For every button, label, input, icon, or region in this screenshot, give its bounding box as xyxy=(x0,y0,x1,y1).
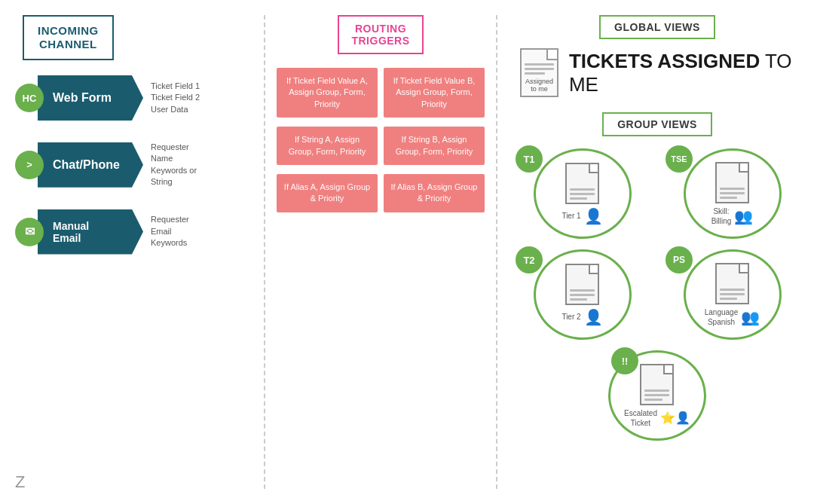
webform-label: Web Form xyxy=(53,91,112,105)
trigger-grid-1: If Ticket Field Value A, Assign Group, F… xyxy=(277,68,485,118)
right-column: GLOBAL VIEWS Assigned to me TICKETS ASSI… xyxy=(497,15,802,489)
webform-arrow: Web Form xyxy=(38,75,143,121)
person-icon-t1: 👤 xyxy=(584,207,603,225)
group-t1: T1 Tier 1 👤 xyxy=(513,148,652,239)
group-label-ps: Language Spanish xyxy=(705,307,739,327)
left-column: INCOMING CHANNEL HC Web Form Ticket Fiel… xyxy=(15,15,264,489)
group-doc-t1: Tier 1 👤 xyxy=(561,163,602,225)
person-icon-tse: 👥 xyxy=(734,207,753,225)
channel-badge-email: ✉ xyxy=(15,218,44,246)
email-fields: RequesterEmailKeywords xyxy=(151,214,189,249)
chatphone-arrow: Chat/Phone xyxy=(38,142,143,188)
routing-triggers-box: ROUTING TRIGGERS xyxy=(338,15,423,54)
group-label-tse: Skill: Billing xyxy=(711,206,732,226)
channel-email: ✉ ManualEmail RequesterEmailKeywords xyxy=(15,209,189,255)
trigger-grid-2: If String A, Assign Group, Form, Priorit… xyxy=(277,127,485,165)
middle-column: ROUTING TRIGGERS If Ticket Field Value A… xyxy=(264,15,497,489)
group-ps: PS Language Spanish 👥 xyxy=(662,249,802,340)
group-doc-tse: Skill: Billing 👥 xyxy=(711,162,754,226)
incoming-title-line2: CHANNEL xyxy=(39,38,97,50)
global-views-label: GLOBAL VIEWS xyxy=(599,15,715,39)
doc-icon-ps xyxy=(715,263,749,304)
channel-badge-gt: > xyxy=(15,151,44,179)
group-tse: TSE Skill: Billing 👥 xyxy=(662,148,802,239)
group-views-label: GROUP VIEWS xyxy=(602,112,712,136)
channel-webform: HC Web Form Ticket Field 1Ticket Field 2… xyxy=(15,75,200,121)
chatphone-fields: RequesterNameKeywords orString xyxy=(151,142,197,188)
group-escalated: !! Escalated Ticket xyxy=(608,350,706,441)
email-label: ManualEmail xyxy=(53,220,89,244)
webform-fields: Ticket Field 1Ticket Field 2User Data xyxy=(151,81,200,115)
doc-icon-t1 xyxy=(565,163,599,204)
tickets-assigned-row: Assigned to me TICKETS ASSIGNED TO ME xyxy=(513,48,802,97)
channel-badge-hc: HC xyxy=(15,84,44,112)
group-label-t2: Tier 2 xyxy=(561,312,580,322)
group-label-t1: Tier 1 xyxy=(561,211,580,221)
trigger-card-2b: If String B, Assign Group, Form, Priorit… xyxy=(384,127,485,165)
star-person-icon: ⭐👤 xyxy=(660,411,690,425)
person-icon-ps: 👥 xyxy=(741,308,760,326)
trigger-card-3b: If Alias B, Assign Group & Priority xyxy=(384,174,485,212)
ticket-doc-icon: Assigned to me xyxy=(520,48,558,97)
group-circle-t1: Tier 1 👤 xyxy=(534,148,632,239)
ticket-doc-text: Assigned to me xyxy=(525,78,554,93)
group-escalated-wrapper: !! Escalated Ticket xyxy=(513,350,802,441)
doc-icon-escalated xyxy=(640,364,674,405)
group-circle-ps: Language Spanish 👥 xyxy=(684,249,782,340)
group-badge-tse: TSE xyxy=(666,145,693,173)
trigger-card-1a: If Ticket Field Value A, Assign Group, F… xyxy=(277,68,378,118)
group-badge-t1: T1 xyxy=(516,145,543,173)
group-badge-t2: T2 xyxy=(516,246,543,273)
group-circle-tse: Skill: Billing 👥 xyxy=(684,148,782,239)
group-badge-ps: PS xyxy=(666,246,693,273)
doc-icon-tse xyxy=(715,162,749,203)
group-badge-escalated: !! xyxy=(611,347,638,374)
group-t2: T2 Tier 2 👤 xyxy=(513,249,652,340)
channel-chatphone: > Chat/Phone RequesterNameKeywords orStr… xyxy=(15,142,197,188)
trigger-card-1b: If Ticket Field Value B, Assign Group, F… xyxy=(384,68,485,118)
email-arrow: ManualEmail xyxy=(38,209,143,255)
incoming-title-line1: INCOMING xyxy=(38,24,99,37)
group-grid: T1 Tier 1 👤 xyxy=(513,148,802,441)
group-doc-escalated: Escalated Ticket ⭐👤 xyxy=(624,364,690,428)
tickets-assigned-label: TICKETS ASSIGNED TO ME xyxy=(569,50,802,96)
trigger-grid-3: If Alias A, Assign Group & Priority If A… xyxy=(277,174,485,212)
trigger-card-3a: If Alias A, Assign Group & Priority xyxy=(277,174,378,212)
zendesk-logo: Z xyxy=(15,472,25,492)
group-doc-t2: Tier 2 👤 xyxy=(561,264,602,326)
doc-icon-t2 xyxy=(565,264,599,305)
routing-title-line1: ROUTING xyxy=(355,23,406,35)
routing-title-line2: TRIGGERS xyxy=(351,35,409,47)
chatphone-label: Chat/Phone xyxy=(53,158,120,172)
group-doc-ps: Language Spanish 👥 xyxy=(705,263,760,327)
group-circle-t2: Tier 2 👤 xyxy=(534,249,632,340)
person-icon-t2: 👤 xyxy=(584,308,603,326)
trigger-card-2a: If String A, Assign Group, Form, Priorit… xyxy=(277,127,378,165)
group-label-escalated: Escalated Ticket xyxy=(624,408,657,428)
incoming-channel-box: INCOMING CHANNEL xyxy=(23,15,114,60)
